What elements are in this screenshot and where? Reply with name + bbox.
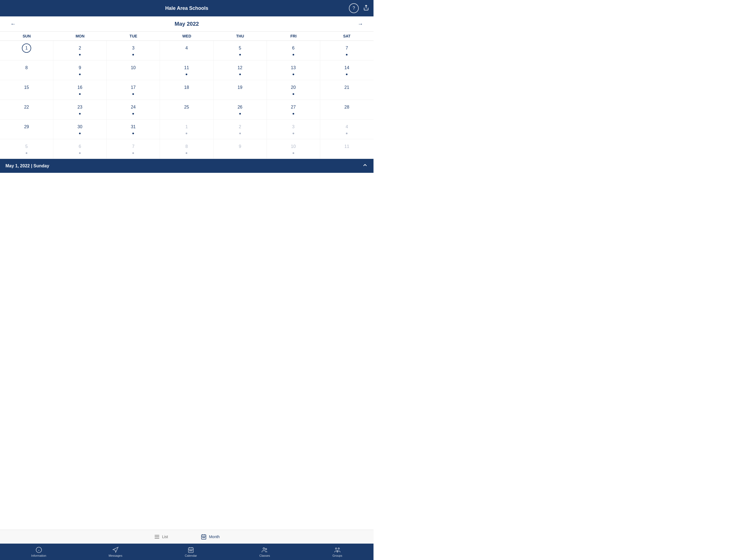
help-button[interactable]: ? (349, 3, 359, 13)
event-dot (239, 113, 241, 114)
calendar-cell[interactable]: 23 (53, 100, 107, 120)
calendar-cell[interactable]: 31 (107, 120, 160, 139)
content-area (0, 173, 374, 282)
day-number: 11 (342, 142, 351, 151)
day-number: 15 (22, 83, 31, 92)
calendar-cell[interactable]: 29 (0, 120, 53, 139)
day-number: 18 (182, 83, 191, 92)
calendar-cell[interactable]: 10 (107, 60, 160, 80)
app-title: Hale Area Schools (165, 5, 208, 11)
calendar-cell[interactable]: 6 (267, 41, 320, 60)
day-number: 11 (182, 63, 191, 73)
calendar-cell[interactable]: 3 (107, 41, 160, 60)
day-number: 6 (289, 44, 298, 53)
calendar-cell[interactable]: 19 (213, 80, 267, 100)
calendar-cell[interactable]: 7 (107, 139, 160, 159)
calendar-cell[interactable]: 14 (320, 60, 374, 80)
day-number: 5 (22, 142, 31, 151)
event-dot (346, 133, 347, 134)
event-dot (292, 54, 294, 55)
calendar-cell[interactable]: 27 (267, 100, 320, 120)
selected-date-label: May 1, 2022 | Sunday (5, 163, 49, 169)
event-dot (186, 133, 187, 134)
calendar-cell[interactable]: 30 (53, 120, 107, 139)
day-header-thu: THU (213, 32, 267, 41)
event-dot (292, 113, 294, 114)
day-number: 30 (75, 122, 84, 131)
day-number: 13 (289, 63, 298, 73)
calendar-cell[interactable]: 2 (53, 41, 107, 60)
calendar-cell[interactable]: 5 (213, 41, 267, 60)
event-dot (292, 74, 294, 75)
calendar-cell[interactable]: 8 (0, 60, 53, 80)
calendar-cell[interactable]: 21 (320, 80, 374, 100)
day-number: 14 (342, 63, 351, 73)
day-headers: SUN MON TUE WED THU FRI SAT (0, 31, 374, 41)
day-header-sat: SAT (320, 32, 374, 41)
next-month-button[interactable]: → (356, 19, 365, 29)
day-number: 4 (182, 44, 191, 53)
calendar-cell[interactable]: 11 (320, 139, 374, 159)
event-dot (239, 54, 241, 55)
share-button[interactable] (363, 5, 369, 12)
calendar-cell[interactable]: 5 (0, 139, 53, 159)
event-dot (239, 74, 241, 75)
event-dot (26, 152, 27, 154)
event-dot (186, 152, 187, 154)
calendar-cell[interactable]: 17 (107, 80, 160, 100)
day-number: 29 (22, 122, 31, 131)
calendar-cell[interactable]: 16 (53, 80, 107, 100)
day-number: 8 (22, 63, 31, 73)
calendar-cell[interactable]: 12 (213, 60, 267, 80)
day-number: 1 (182, 122, 191, 131)
calendar-cell[interactable]: 7 (320, 41, 374, 60)
calendar-cell[interactable]: 3 (267, 120, 320, 139)
event-dot (346, 54, 347, 55)
day-number: 4 (342, 122, 351, 131)
day-number: 16 (75, 83, 84, 92)
day-header-sun: SUN (0, 32, 53, 41)
prev-month-button[interactable]: ← (8, 19, 18, 29)
calendar-cell[interactable]: 22 (0, 100, 53, 120)
calendar-cell[interactable]: 20 (267, 80, 320, 100)
day-header-mon: MON (53, 32, 107, 41)
app-header: Hale Area Schools ? (0, 0, 374, 17)
calendar-cell[interactable]: 10 (267, 139, 320, 159)
calendar-cell[interactable]: 25 (160, 100, 213, 120)
day-number: 8 (182, 142, 191, 151)
calendar-grid: 1234567891011121314151617181920212223242… (0, 41, 374, 159)
calendar-cell[interactable]: 1 (0, 41, 53, 60)
event-dot (132, 54, 134, 55)
month-title: May 2022 (175, 21, 199, 27)
day-number: 27 (289, 103, 298, 112)
calendar-cell[interactable]: 9 (53, 60, 107, 80)
day-number: 6 (75, 142, 84, 151)
event-dot (79, 93, 81, 95)
scroll-up-button[interactable] (362, 162, 368, 170)
day-number: 3 (129, 44, 138, 53)
calendar-cell[interactable]: 26 (213, 100, 267, 120)
calendar-cell[interactable]: 28 (320, 100, 374, 120)
day-header-fri: FRI (267, 32, 320, 41)
calendar-cell[interactable]: 15 (0, 80, 53, 100)
day-number: 24 (129, 103, 138, 112)
calendar-cell[interactable]: 9 (213, 139, 267, 159)
day-header-tue: TUE (107, 32, 160, 41)
calendar-cell[interactable]: 1 (160, 120, 213, 139)
event-dot (239, 133, 241, 134)
header-actions: ? (349, 3, 369, 13)
calendar-cell[interactable]: 6 (53, 139, 107, 159)
calendar-cell[interactable]: 24 (107, 100, 160, 120)
day-number: 7 (342, 44, 351, 53)
calendar-cell[interactable]: 4 (160, 41, 213, 60)
calendar-cell[interactable]: 8 (160, 139, 213, 159)
calendar-cell[interactable]: 18 (160, 80, 213, 100)
event-dot (292, 93, 294, 95)
day-number: 25 (182, 103, 191, 112)
calendar-cell[interactable]: 11 (160, 60, 213, 80)
day-number: 3 (289, 122, 298, 131)
calendar-cell[interactable]: 2 (213, 120, 267, 139)
calendar-cell[interactable]: 4 (320, 120, 374, 139)
calendar-cell[interactable]: 13 (267, 60, 320, 80)
event-dot (346, 74, 347, 75)
